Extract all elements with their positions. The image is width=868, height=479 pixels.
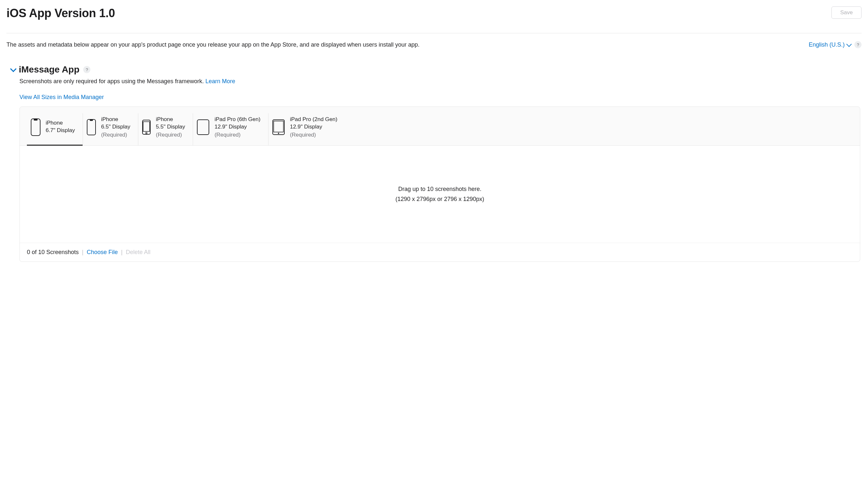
screenshot-count: 0 of 10 Screenshots [27, 249, 79, 256]
svg-rect-7 [197, 120, 209, 135]
section-description-text: Screenshots are only required for apps u… [20, 78, 205, 84]
tab-required-label: (Required) [156, 131, 185, 139]
tab-label-line1: iPhone [156, 116, 185, 123]
tab-label-line2: 5.5" Display [156, 123, 185, 131]
page-title: iOS App Version 1.0 [6, 6, 115, 20]
screenshot-dropzone[interactable]: Drag up to 10 screenshots here. (1290 x … [20, 146, 860, 243]
dropzone-instruction: Drag up to 10 screenshots here. [398, 186, 481, 193]
separator: | [121, 249, 123, 256]
learn-more-link[interactable]: Learn More [205, 78, 235, 84]
language-label: English (U.S.) [809, 41, 845, 48]
tab-label-line1: iPad Pro (2nd Gen) [290, 116, 337, 123]
iphone-icon [31, 118, 40, 136]
tab-label-line2: 12.9" Display [214, 123, 260, 131]
svg-rect-8 [273, 120, 284, 135]
svg-rect-5 [143, 122, 150, 131]
tab-label-line1: iPad Pro (6th Gen) [214, 116, 260, 123]
tab-required-label: (Required) [101, 131, 130, 139]
svg-rect-2 [87, 119, 96, 135]
chevron-down-icon[interactable] [10, 66, 17, 72]
svg-point-10 [278, 133, 279, 134]
device-tabs: iPhone 6.7" Display iPhone 6.5" Display … [20, 107, 860, 146]
tab-iphone-6-5[interactable]: iPhone 6.5" Display (Required) [83, 113, 138, 145]
screenshots-panel: iPhone 6.7" Display iPhone 6.5" Display … [20, 106, 860, 262]
save-button[interactable]: Save [831, 6, 862, 19]
tab-label-line2: 6.5" Display [101, 123, 130, 131]
tab-ipad-pro-6th[interactable]: iPad Pro (6th Gen) 12.9" Display (Requir… [193, 113, 269, 145]
separator: | [82, 249, 84, 256]
iphone-home-button-icon [142, 120, 151, 135]
svg-rect-9 [274, 121, 283, 132]
svg-point-6 [146, 132, 147, 134]
tab-label-line1: iPhone [101, 116, 130, 123]
tab-iphone-5-5[interactable]: iPhone 5.5" Display (Required) [138, 113, 193, 145]
ipad-icon [197, 119, 209, 135]
section-title: iMessage App [19, 64, 79, 75]
page-description: The assets and metadata below appear on … [6, 41, 420, 48]
tab-label-line2: 6.7" Display [46, 127, 75, 134]
help-icon[interactable]: ? [855, 41, 862, 48]
tab-required-label: (Required) [214, 131, 260, 139]
tab-ipad-pro-2nd[interactable]: iPad Pro (2nd Gen) 12.9" Display (Requir… [269, 113, 345, 145]
choose-file-button[interactable]: Choose File [87, 249, 118, 256]
ipad-home-button-icon [272, 119, 285, 135]
svg-rect-1 [34, 119, 37, 121]
section-description: Screenshots are only required for apps u… [20, 78, 862, 85]
dropzone-dimensions: (1290 x 2796px or 2796 x 1290px) [396, 196, 484, 203]
help-icon[interactable]: ? [83, 66, 90, 73]
language-selector[interactable]: English (U.S.) [809, 41, 850, 48]
tab-iphone-6-7[interactable]: iPhone 6.7" Display [27, 113, 83, 145]
view-all-sizes-link[interactable]: View All Sizes in Media Manager [20, 94, 104, 101]
tab-label-line1: iPhone [46, 119, 75, 127]
svg-rect-0 [31, 119, 40, 136]
delete-all-button[interactable]: Delete All [126, 249, 151, 256]
iphone-icon [87, 119, 96, 135]
tab-label-line2: 12.9" Display [290, 123, 337, 131]
chevron-down-icon [846, 41, 852, 47]
tab-required-label: (Required) [290, 131, 337, 139]
svg-rect-3 [90, 120, 93, 121]
